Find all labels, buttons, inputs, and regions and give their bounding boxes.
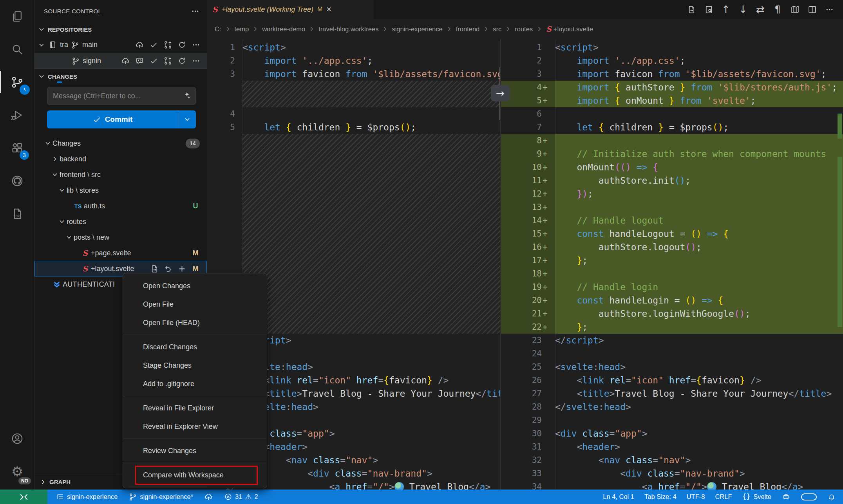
tab-layout-svelte[interactable]: S +layout.svelte (Working Tree) M × — [207, 0, 374, 19]
menu-item-reveal-in-explorer-view[interactable]: Reveal in Explorer View — [123, 417, 267, 436]
commit-button[interactable]: Commit — [47, 110, 196, 128]
activity-run-debug[interactable] — [0, 99, 34, 132]
repo-name: tra — [60, 41, 68, 49]
go-to-file-icon[interactable] — [150, 264, 159, 273]
status-notifications[interactable] — [827, 493, 836, 501]
pr-create-icon[interactable] — [163, 56, 172, 65]
revert-arrow-button[interactable]: → — [491, 85, 510, 101]
status-cursor-position[interactable]: Ln 4, Col 1 — [603, 493, 634, 500]
remote-indicator[interactable] — [0, 490, 47, 504]
status-branch-item[interactable]: signin-experience* — [128, 493, 193, 501]
activity-source-control[interactable] — [0, 66, 34, 99]
status-sync-item[interactable] — [204, 492, 213, 501]
pr-create-icon[interactable] — [163, 40, 172, 49]
tree-item[interactable]: posts \ new — [34, 229, 207, 245]
toolbar-split-editor[interactable] — [805, 3, 819, 16]
activity-bar-bottom: ⚙NO — [0, 422, 34, 490]
code-line: 23</script> — [501, 334, 843, 347]
menu-item-reveal-in-file-explorer[interactable]: Reveal in File Explorer — [123, 399, 267, 417]
menu-item-review-changes[interactable]: Review Changes — [123, 442, 267, 460]
chev-right-icon — [482, 25, 490, 33]
deleted-region-hatch — [242, 81, 500, 107]
activity-search[interactable] — [0, 33, 34, 66]
sparkle-icon[interactable] — [182, 91, 191, 100]
toolbar-next-change[interactable]: ↓ — [736, 3, 750, 16]
toolbar-switch-sides[interactable]: ⇄ — [754, 3, 767, 16]
cloud-up-icon[interactable] — [135, 40, 144, 49]
activity-settings[interactable]: ⚙NO — [0, 455, 34, 488]
repo-item-tra[interactable]: tra main — [34, 37, 207, 53]
svelte-icon: S — [82, 249, 88, 257]
menu-item-discard-changes[interactable]: Discard Changes — [123, 338, 267, 356]
more-icon[interactable] — [192, 56, 201, 65]
toolbar-open-file[interactable] — [685, 3, 698, 16]
status-worktree-item[interactable]: signin-experience — [56, 493, 118, 501]
status-language-mode[interactable]: {}Svelte — [742, 493, 772, 500]
section-changes[interactable]: CHANGES — [34, 69, 207, 84]
activity-explorer[interactable] — [0, 0, 34, 33]
activity-accounts[interactable] — [0, 422, 34, 455]
refresh-icon[interactable] — [177, 40, 186, 49]
toolbar-more-actions[interactable] — [823, 3, 836, 16]
discard-icon[interactable] — [164, 264, 173, 273]
menu-item-open-changes[interactable]: Open Changes — [123, 277, 267, 295]
refresh-icon[interactable] — [177, 56, 186, 65]
status-indentation[interactable]: Tab Size: 4 — [644, 493, 677, 500]
breadcrumb-item[interactable]: temp — [235, 25, 249, 33]
menu-item-stage-changes[interactable]: Stage Changes — [123, 356, 267, 375]
status-problems-item[interactable]: 31⚠2 — [224, 493, 258, 501]
more-icon[interactable] — [192, 40, 201, 49]
menu-item-compare-with-workspace[interactable]: Compare with Workspace — [123, 466, 267, 484]
sidebar-more-icon[interactable] — [191, 7, 200, 16]
worktree-item-signin[interactable]: signin — [34, 53, 207, 69]
status-copilot-status[interactable] — [801, 493, 817, 501]
tree-item[interactable]: lib \ stores — [34, 182, 207, 198]
tree-item[interactable]: S+page.svelteM — [34, 245, 207, 261]
tree-item[interactable]: TSauth.tsU — [34, 198, 207, 214]
status-copilot[interactable] — [781, 492, 791, 501]
close-icon[interactable]: × — [326, 5, 331, 14]
tree-item[interactable]: backend — [34, 151, 207, 167]
commit-dropdown[interactable] — [178, 110, 196, 128]
diff-pane-modified[interactable]: 1<script>2 import '../app.css';3 import … — [500, 39, 843, 490]
activity-bar: 3LOG ⚙NO — [0, 0, 34, 490]
tree-item[interactable]: routes — [34, 214, 207, 229]
tree-item[interactable]: Changes14 — [34, 135, 207, 151]
menu-separator — [123, 335, 266, 335]
activity-extensions[interactable]: 3 — [0, 132, 34, 164]
globe-emoji — [394, 482, 404, 490]
status-eol[interactable]: CRLF — [715, 493, 732, 500]
toolbar-map[interactable] — [788, 3, 801, 16]
breadcrumb-item[interactable]: routes — [515, 25, 533, 33]
chev-right-icon — [308, 25, 316, 33]
toolbar-previous-change[interactable]: ↑ — [719, 3, 733, 16]
activity-output-log[interactable]: LOG — [0, 197, 34, 230]
breadcrumb-item[interactable]: frontend — [456, 25, 480, 33]
activity-github[interactable] — [0, 164, 34, 197]
commit-message-input[interactable] — [47, 87, 196, 105]
plus-icon[interactable] — [177, 264, 186, 273]
breadcrumb-item[interactable]: signin-experience — [392, 25, 442, 33]
check-icon[interactable] — [149, 56, 158, 65]
breadcrumb-item[interactable]: worktree-demo — [262, 25, 305, 33]
cloud-up-icon[interactable] — [121, 56, 130, 65]
breadcrumb-item[interactable]: travel-blog.worktrees — [318, 25, 378, 33]
toolbar-whitespace[interactable]: ¶ — [771, 3, 784, 16]
menu-item-open-file-head-[interactable]: Open File (HEAD) — [123, 314, 267, 332]
menu-item-add-to-gitignore[interactable]: Add to .gitignore — [123, 375, 267, 393]
diff-editor[interactable]: 1<script>2 import '../app.css';3 import … — [207, 39, 843, 490]
check-icon[interactable] — [149, 40, 158, 49]
breadcrumb-item[interactable]: C: — [215, 25, 221, 33]
toolbar-open-preview[interactable] — [702, 3, 715, 16]
arrow-down-icon: ↓ — [739, 4, 747, 14]
section-repositories[interactable]: REPOSITORIES — [34, 22, 207, 37]
menu-item-open-file[interactable]: Open File — [123, 295, 267, 314]
status-encoding[interactable]: UTF-8 — [687, 493, 705, 500]
breadcrumb-item[interactable]: S+layout.svelte — [546, 25, 593, 33]
code-line: 11+ authStore.init(); — [501, 174, 843, 187]
comment-code-icon[interactable] — [135, 56, 144, 65]
tree-item-label: Changes — [52, 139, 186, 148]
tree-item[interactable]: frontend \ src — [34, 167, 207, 182]
breadcrumb-item[interactable]: src — [493, 25, 501, 33]
chevron-down-icon — [38, 41, 45, 49]
